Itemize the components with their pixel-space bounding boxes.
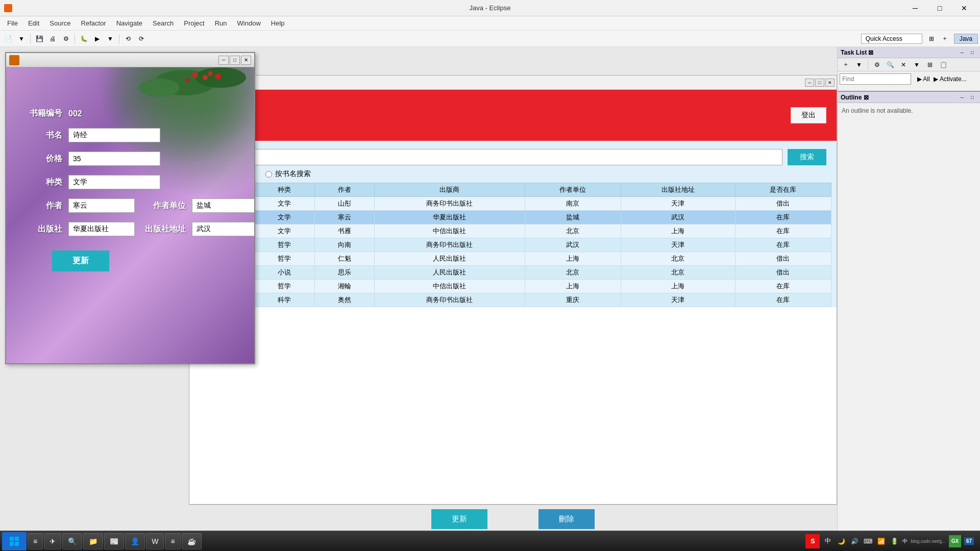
task-btn-1[interactable]: ▼ [853, 59, 865, 71]
menu-window[interactable]: Window [232, 17, 266, 29]
taskbar-right: S 中 🌙 🔊 ⌨ 📶 🔋 中 blog.csdn.net/g... GX 67 [801, 534, 978, 548]
java-app-maximize[interactable]: □ [230, 56, 240, 65]
open-perspective-button[interactable]: ＋ [939, 33, 951, 45]
task-list-search-input[interactable] [840, 73, 911, 85]
taskbar-item-5[interactable]: 📰 [104, 533, 124, 549]
close-button[interactable]: ✕ [952, 1, 976, 15]
menu-run[interactable]: Run [210, 17, 232, 29]
taskbar-item-1[interactable]: ≡ [28, 533, 43, 549]
battery-icon[interactable]: 🔋 [889, 536, 899, 546]
table-row[interactable]: 26哲学仁魁人民出版社上海北京借出 [195, 252, 831, 266]
java-app-close[interactable]: ✕ [241, 56, 251, 65]
table-row[interactable]: 18小说思乐人民出版社北京北京借出 [195, 266, 831, 280]
taskbar-item-6[interactable]: 👤 [125, 533, 145, 549]
minimize-button[interactable]: ─ [903, 1, 927, 15]
quick-access-box[interactable]: Quick Access [861, 34, 922, 44]
print-button[interactable]: 🖨 [46, 33, 59, 45]
search-input[interactable] [200, 149, 782, 165]
book-win-maximize[interactable]: □ [815, 79, 824, 87]
gx-icon[interactable]: GX [949, 535, 961, 547]
logout-button[interactable]: 登出 [791, 107, 826, 123]
toolbar-btn-1[interactable]: ▼ [15, 33, 28, 45]
cell-category: 科学 [255, 293, 314, 307]
form-row-author: 作者 作者单位 [21, 198, 239, 213]
bottom-update-button[interactable]: 更新 [431, 509, 487, 529]
task-list-maximize[interactable]: □ [968, 48, 977, 57]
menu-refactor[interactable]: Refactor [76, 17, 111, 29]
table-row[interactable]: 35文学寒云华夏出版社盐城武汉在库 [195, 211, 831, 224]
perspectives-button[interactable]: ⊞ [925, 33, 938, 45]
book-win-close[interactable]: ✕ [825, 79, 835, 87]
outline-maximize[interactable]: □ [968, 93, 977, 102]
task-btn-2[interactable]: ⚙ [871, 59, 883, 71]
task-btn-7[interactable]: 📋 [937, 59, 949, 71]
category-input[interactable] [68, 175, 160, 189]
search-button[interactable]: 搜索 [788, 149, 826, 165]
menu-help[interactable]: Help [266, 17, 290, 29]
publisher-input[interactable] [68, 222, 135, 236]
network-icon[interactable]: 📶 [876, 536, 886, 546]
menu-search[interactable]: Search [148, 17, 179, 29]
author-unit-label: 作者单位 [145, 201, 186, 211]
task-btn-4[interactable]: ✕ [897, 59, 910, 71]
table-row[interactable]: 39科学奥然商务印书出版社重庆天津在库 [195, 293, 831, 307]
cell-author: 书雁 [314, 224, 374, 238]
price-input[interactable] [68, 152, 160, 166]
activate-label[interactable]: ▶ Activate... [934, 76, 966, 83]
toolbar-btn-2[interactable]: ⚙ [60, 33, 72, 45]
sougou-icon[interactable]: S [805, 534, 820, 548]
cell-publisher: 人民出版社 [374, 252, 525, 266]
author-unit-input[interactable] [192, 198, 254, 213]
title-input[interactable] [68, 128, 160, 142]
author-input[interactable] [68, 198, 135, 213]
taskbar-item-2[interactable]: ✈ [44, 533, 61, 549]
task-list-minimize[interactable]: ─ [958, 48, 967, 57]
save-button[interactable]: 💾 [33, 33, 45, 45]
svg-point-2 [139, 79, 180, 97]
java-perspective-tab[interactable]: Java [954, 34, 978, 44]
task-btn-5[interactable]: ▼ [911, 59, 923, 71]
toolbar-btn-5[interactable]: ⟳ [135, 33, 148, 45]
new-file-button[interactable]: 📄 [2, 33, 14, 45]
table-row[interactable]: 23文学山彤商务印书出版社南京天津借出 [195, 197, 831, 211]
menu-file[interactable]: File [2, 17, 23, 29]
menu-project[interactable]: Project [179, 17, 209, 29]
sep [868, 60, 868, 70]
toolbar-btn-4[interactable]: ⟲ [122, 33, 134, 45]
debug-button[interactable]: 🐛 [78, 33, 90, 45]
new-task-button[interactable]: ＋ [840, 59, 852, 71]
col-author-unit: 作者单位 [525, 183, 621, 197]
run-button[interactable]: ▶ [91, 33, 103, 45]
outline-minimize[interactable]: ─ [958, 93, 967, 102]
table-row[interactable]: 35哲学湘輪中信出版社上海上海在库 [195, 280, 831, 293]
cell-publisher: 人民出版社 [374, 266, 525, 280]
table-row[interactable]: 47哲学向南商务印书出版社武汉天津在库 [195, 238, 831, 252]
taskbar-item-4[interactable]: 📁 [83, 533, 103, 549]
speaker-icon[interactable]: 🔊 [849, 536, 860, 546]
taskbar-item-eclipse[interactable]: ≡ [165, 533, 180, 549]
keyboard-icon[interactable]: ⌨ [863, 536, 873, 546]
clock[interactable]: 中 [902, 538, 908, 545]
java-app-minimize[interactable]: ─ [218, 56, 229, 65]
bottom-delete-button[interactable]: 刪除 [538, 509, 595, 529]
pub-addr-input[interactable] [192, 222, 254, 236]
taskbar-item-3[interactable]: 🔍 [62, 533, 82, 549]
ime-icon[interactable]: 中 [823, 536, 833, 546]
start-button[interactable] [2, 532, 27, 550]
taskbar-item-java[interactable]: ☕ [182, 533, 202, 549]
menu-edit[interactable]: Edit [23, 17, 44, 29]
task-btn-6[interactable]: ⊞ [924, 59, 936, 71]
book-win-minimize[interactable]: ─ [805, 79, 814, 87]
menu-source[interactable]: Source [44, 17, 76, 29]
task-btn-3[interactable]: 🔍 [884, 59, 896, 71]
moon-icon[interactable]: 🌙 [836, 536, 846, 546]
form-update-button[interactable]: 更新 [52, 251, 109, 271]
menu-navigate[interactable]: Navigate [111, 17, 148, 29]
taskbar-item-7[interactable]: W [146, 533, 164, 549]
toolbar-btn-3[interactable]: ▼ [104, 33, 116, 45]
maximize-button[interactable]: □ [928, 1, 951, 15]
all-label[interactable]: ▶ All [917, 76, 930, 83]
radio-name-input[interactable] [265, 171, 272, 178]
table-row[interactable]: 25文学书雁中信出版社北京上海在库 [195, 224, 831, 238]
separator-3 [119, 34, 119, 44]
